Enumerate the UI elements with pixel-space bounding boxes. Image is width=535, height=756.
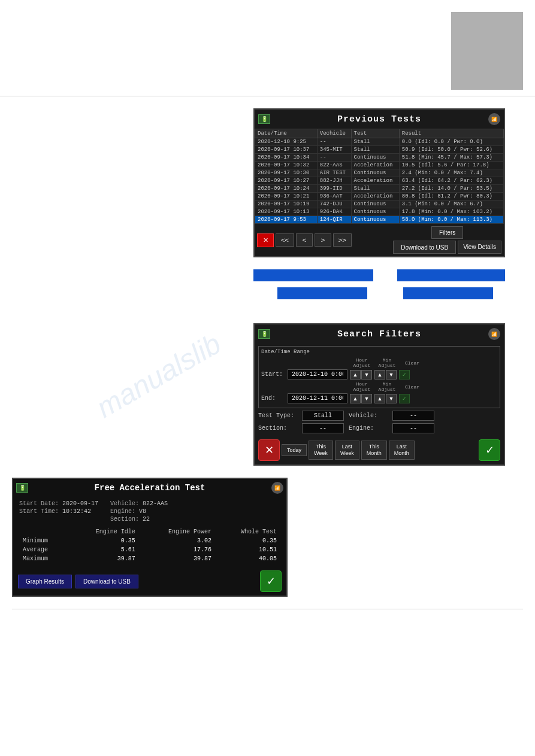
start-hour-up[interactable]: ▲ (350, 370, 361, 379)
nav-row: ✕ << < > >> (257, 233, 391, 247)
last-page-button[interactable]: >> (333, 233, 352, 247)
table-row[interactable]: 2020-09-17 10:30AIR TESTContinuous2.4 (M… (255, 169, 504, 177)
engine-value[interactable]: -- (392, 423, 434, 433)
annotations-area (253, 269, 505, 311)
graph-results-button[interactable]: Graph Results (18, 575, 72, 588)
table-row[interactable]: 2020-09-17 10:37345-MITStall50.9 (Idl: 5… (255, 146, 504, 154)
table-row[interactable]: 2020-09-17 10:19742-DJUContinuous3.1 (Mi… (255, 201, 504, 208)
cancel-button[interactable]: ✕ (257, 233, 274, 247)
section-info-label: Section: (110, 516, 139, 523)
next-page-button[interactable]: > (315, 233, 331, 247)
end-clear-button[interactable]: ✓ (399, 394, 410, 403)
last-week-button[interactable]: Last Week (335, 441, 359, 460)
download-usb-button[interactable]: Download to USB (393, 241, 456, 254)
table-row[interactable]: 2020-09-17 10:13926-BAKContinuous17.8 (M… (255, 208, 504, 216)
engine-info-value: V8 (139, 508, 146, 515)
clear-label-2: Clear (400, 384, 424, 390)
table-row[interactable]: 2020-12-10 9:25--Stall0.0 (Idl: 0.0 / Pw… (255, 138, 504, 146)
this-week-button[interactable]: This Week (309, 441, 333, 460)
download-usb-accel-button[interactable]: Download to USB (75, 575, 138, 588)
test-type-label: Test Type: (258, 412, 297, 419)
test-type-row: Test Type: Stall Vehicle: -- (258, 411, 500, 421)
bottom-right-section: Filters Download to USB View Details (393, 226, 501, 254)
table-row: Average5.6117.7610.51 (19, 545, 280, 554)
start-hour-adjust: ▲ ▼ (350, 370, 372, 379)
engine-info-label: Engine: (110, 508, 135, 515)
end-hour-up[interactable]: ▲ (350, 394, 361, 403)
min-adjust-label-2: Min Adjust (375, 381, 399, 392)
accel-col-idle: Engine Idle (68, 527, 139, 536)
last-month-button[interactable]: Last Month (389, 441, 415, 460)
end-label: End: (261, 395, 285, 402)
panels-container: 🔋 Previous Tests 📶 Date/Time Vechicle Te… (0, 102, 535, 603)
start-row: Start: ▲ ▼ ▲ ▼ ✓ (261, 369, 497, 379)
start-clear-button[interactable]: ✓ (399, 370, 410, 379)
start-datetime-input[interactable] (288, 369, 347, 379)
prev-page-button[interactable]: < (296, 233, 313, 247)
accel-title-bar: 🔋 Free Acceleration Test 📶 (13, 479, 286, 497)
battery-icon-3: 🔋 (16, 483, 28, 493)
view-details-button[interactable]: View Details (458, 241, 501, 254)
table-row[interactable]: 2020-09-17 10:21936-AATAcceleration80.8 … (255, 193, 504, 201)
filters-button[interactable]: Filters (431, 226, 463, 239)
filters-confirm-button[interactable]: ✓ (479, 439, 500, 461)
signal-icon-3: 📶 (271, 482, 283, 494)
start-min-adjust: ▲ ▼ (374, 370, 397, 379)
end-datetime-input[interactable] (288, 393, 347, 403)
section-value[interactable]: -- (302, 423, 344, 433)
annotation-bar-2 (397, 269, 505, 281)
hour-adjust-label-2: Hour Adjust (350, 381, 374, 392)
start-min-up[interactable]: ▲ (374, 370, 385, 379)
table-row[interactable]: 2020-09-17 10:24399-IIDStall27.2 (Idl: 1… (255, 185, 504, 193)
vehicle-value[interactable]: -- (392, 411, 434, 421)
accel-col-power: Engine Power (139, 527, 215, 536)
clear-label-1: Clear (400, 360, 424, 366)
end-min-down[interactable]: ▼ (386, 394, 397, 403)
section-label: Section: (258, 425, 297, 432)
first-page-button[interactable]: << (276, 233, 294, 247)
this-month-button[interactable]: This Month (361, 441, 387, 460)
start-time-line: Start Time: 10:32:42 (19, 508, 98, 515)
prev-tests-bottom: ✕ << < > >> Filters Download to USB View… (255, 224, 504, 256)
hour-adjust-label-1: Hour Adjust (350, 357, 374, 368)
start-date-label: Start Date: (19, 500, 59, 507)
table-row[interactable]: 2020-09-17 9:53124-QIRContinuous58.0 (Mi… (255, 216, 504, 224)
accel-body: Start Date: 2020-09-17 Start Time: 10:32… (13, 497, 286, 567)
vehicle-info-label: Vehicle: (110, 500, 139, 507)
accel-bottom: Graph Results Download to USB ✓ (13, 567, 286, 596)
prev-tests-title-bar: 🔋 Previous Tests 📶 (255, 110, 504, 129)
table-row[interactable]: 2020-09-17 10:27882-JJHAcceleration63.4 … (255, 177, 504, 185)
top-text-area (12, 12, 439, 90)
section-line: Section: 22 (110, 516, 168, 523)
col-vehicle: Vechicle (317, 129, 351, 138)
end-hour-adjust: ▲ ▼ (350, 394, 372, 403)
search-filters-panel: 🔋 Search Filters 📶 Date/Time Range Hour … (253, 323, 505, 466)
top-section (0, 0, 535, 96)
accel-title: Free Acceleration Test (28, 483, 271, 493)
start-date-value: 2020-09-17 (62, 500, 98, 507)
accel-confirm-button[interactable]: ✓ (260, 570, 282, 592)
adjust-header-row: Hour Adjust Min Adjust Clear (261, 357, 497, 368)
table-row[interactable]: 2020-09-17 10:32822-AASAcceleration10.5 … (255, 162, 504, 169)
filters-cancel-button[interactable]: ✕ (258, 439, 280, 461)
tests-table: Date/Time Vechicle Test Result 2020-12-1… (255, 129, 504, 224)
search-filters-title-bar: 🔋 Search Filters 📶 (255, 324, 504, 344)
start-min-down[interactable]: ▼ (386, 370, 397, 379)
col-result: Result (399, 129, 503, 138)
accel-info-row: Start Date: 2020-09-17 Start Time: 10:32… (19, 500, 280, 523)
table-row: Minimum0.353.020.35 (19, 536, 280, 545)
table-row[interactable]: 2020-09-17 10:34--Continuous51.8 (Min: 4… (255, 154, 504, 162)
accel-col-label (19, 527, 68, 536)
section-row: Section: -- Engine: -- (258, 423, 500, 433)
signal-icon: 📶 (488, 113, 500, 125)
signal-icon-2: 📶 (488, 328, 500, 340)
annotation-bar-4 (403, 287, 493, 299)
test-type-value[interactable]: Stall (302, 411, 344, 421)
end-hour-down[interactable]: ▼ (361, 394, 372, 403)
today-button[interactable]: Today (282, 444, 307, 456)
start-hour-down[interactable]: ▼ (361, 370, 372, 379)
accel-panel: 🔋 Free Acceleration Test 📶 Start Date: 2… (12, 478, 288, 597)
col-test: Test (351, 129, 399, 138)
col-datetime: Date/Time (255, 129, 318, 138)
end-min-up[interactable]: ▲ (374, 394, 385, 403)
